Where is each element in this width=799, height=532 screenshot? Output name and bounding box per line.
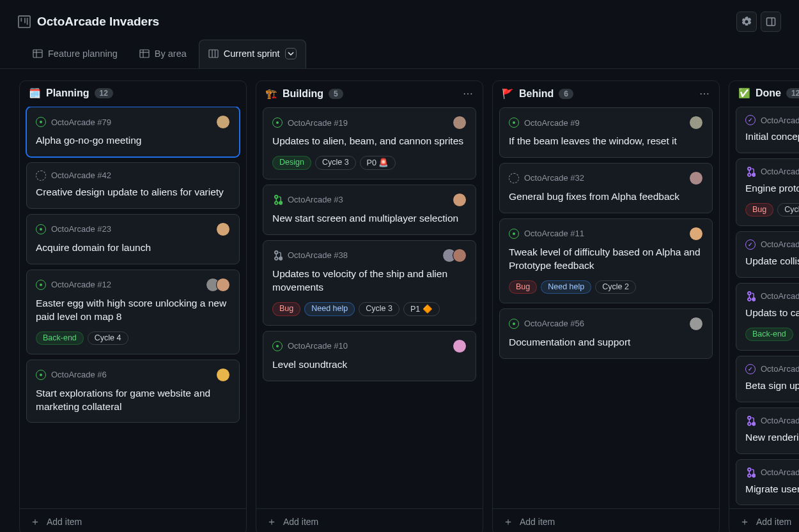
card-ref[interactable]: OctoArcade #56 (509, 319, 584, 329)
label-pill[interactable]: Bug (272, 302, 300, 316)
avatar[interactable] (689, 317, 703, 331)
label-pill[interactable]: Cycle 4 (88, 331, 128, 345)
card-ref[interactable]: OctoArcade (745, 416, 799, 426)
add-item-button[interactable]: ＋Add item (20, 508, 246, 532)
card-ref[interactable]: OctoArcade #6 (36, 370, 107, 380)
card-ref[interactable]: OctoArcade #79 (36, 117, 111, 127)
avatar[interactable] (689, 227, 703, 241)
card[interactable]: OctoArcade #11Tweak level of difficulty … (499, 218, 713, 303)
assignees (689, 171, 703, 185)
settings-button[interactable] (736, 11, 757, 32)
label-pill[interactable]: Need help (304, 302, 355, 316)
avatar[interactable] (689, 116, 703, 130)
card-ref[interactable]: OctoArcade (745, 115, 799, 125)
card-header: OctoArcade #42 (36, 171, 230, 181)
panel-button[interactable] (761, 11, 781, 32)
card[interactable]: OctoArcadeEngine prototBugCycle (736, 158, 799, 226)
card[interactable]: OctoArcadeMigrate users settings (736, 459, 799, 506)
pr-icon (745, 467, 756, 478)
chevron-down-icon (288, 50, 294, 57)
view-label: By area (155, 49, 187, 59)
card[interactable]: OctoArcade #32General bug fixes from Alp… (499, 163, 713, 213)
card-ref[interactable]: OctoArcade (745, 239, 799, 250)
card-ref[interactable]: OctoArcade (745, 467, 799, 478)
card[interactable]: OctoArcadeBeta sign up (736, 356, 799, 402)
card-ref[interactable]: OctoArcade #42 (36, 171, 111, 181)
card[interactable]: OctoArcade #79Alpha go-no-go meeting (26, 107, 240, 157)
view-dropdown[interactable] (285, 48, 297, 59)
assignees (442, 248, 467, 262)
label-pill[interactable]: P1 🔶 (403, 302, 440, 316)
card-title: Easter egg with high score unlocking a n… (36, 297, 230, 324)
card-ref[interactable]: OctoArcade #10 (272, 341, 348, 351)
card-ref[interactable]: OctoArcade (745, 364, 799, 374)
avatar[interactable] (216, 278, 230, 292)
card[interactable]: OctoArcade #19Updates to alien, beam, an… (263, 107, 476, 179)
label-pill[interactable]: Cycle 3 (359, 302, 400, 316)
board-column: 🚩Behind6⋯OctoArcade #9If the beam leaves… (492, 80, 720, 532)
label-pill[interactable]: Back-end (745, 328, 793, 341)
add-item-button[interactable]: ＋Add item (256, 508, 483, 532)
card-ref[interactable]: OctoArcade #38 (272, 250, 348, 261)
avatar[interactable] (216, 222, 230, 236)
label-pill[interactable]: Need help (541, 280, 591, 294)
label-pill[interactable]: Bug (509, 280, 537, 294)
plus-icon: ＋ (267, 517, 277, 527)
card[interactable]: OctoArcade #9If the beam leaves the wind… (499, 107, 713, 158)
card[interactable]: OctoArcade #42Creative design update to … (26, 162, 240, 209)
card-title: Engine protot (745, 182, 799, 195)
avatar[interactable] (453, 193, 467, 207)
card[interactable]: OctoArcade #56Documentation and support (499, 308, 713, 359)
card[interactable]: OctoArcade #3New start screen and multip… (263, 185, 476, 235)
card-ref[interactable]: OctoArcade #9 (509, 118, 580, 128)
assignees (453, 116, 467, 130)
label-pill[interactable]: Bug (745, 203, 773, 217)
card-ref[interactable]: OctoArcade #11 (509, 229, 584, 239)
assignees (689, 317, 703, 331)
view-tab[interactable]: By area (130, 40, 196, 68)
avatar[interactable] (453, 248, 467, 262)
add-item-button[interactable]: ＋Add item (493, 508, 719, 532)
label-pill[interactable]: Design (272, 156, 311, 170)
column-menu[interactable]: ⋯ (699, 87, 710, 100)
card[interactable]: OctoArcadeNew renderin (736, 407, 799, 454)
card-header: OctoArcade #19 (272, 116, 467, 130)
view-tab[interactable]: Feature planning (23, 40, 127, 68)
assignees (453, 339, 467, 353)
label-pill[interactable]: Cycle 3 (315, 156, 356, 170)
card-ref[interactable]: OctoArcade (745, 291, 799, 301)
card-ref[interactable]: OctoArcade #19 (272, 118, 348, 128)
avatar[interactable] (216, 115, 230, 129)
card-header: OctoArcade #3 (272, 193, 467, 207)
card[interactable]: OctoArcade #38Updates to velocity of the… (263, 240, 476, 326)
label-pill[interactable]: Cycle (777, 203, 799, 217)
label-pill[interactable]: Cycle 2 (595, 280, 636, 294)
column-menu[interactable]: ⋯ (463, 87, 474, 100)
avatar[interactable] (689, 171, 703, 185)
card[interactable]: OctoArcadeInitial concep (736, 107, 799, 153)
card-ref[interactable]: OctoArcade #23 (36, 224, 111, 234)
add-item-label: Add item (47, 517, 82, 527)
card-ref[interactable]: OctoArcade #3 (272, 195, 343, 205)
card-ref[interactable]: OctoArcade #12 (36, 280, 111, 290)
card[interactable]: OctoArcade #23Acquire domain for launch (26, 214, 240, 264)
label-pill[interactable]: Back-end (36, 331, 84, 345)
view-tab[interactable]: Current sprint (199, 40, 306, 68)
card-header: OctoArcade (745, 364, 799, 374)
card-ref[interactable]: OctoArcade #32 (509, 173, 584, 183)
avatar[interactable] (453, 116, 467, 130)
add-item-button[interactable]: ＋Add item (729, 508, 799, 532)
avatar[interactable] (453, 339, 467, 353)
card[interactable]: OctoArcade #10Level soundtrack (263, 331, 476, 381)
card-ref[interactable]: OctoArcade (745, 167, 799, 177)
card-header: OctoArcade #79 (36, 115, 230, 129)
add-item-label: Add item (283, 517, 318, 527)
card[interactable]: OctoArcadeUpdats to carBack-end (736, 283, 799, 351)
project-title[interactable]: OctoArcade Invaders (37, 15, 159, 29)
label-pill[interactable]: P0 🚨 (360, 156, 396, 170)
card[interactable]: OctoArcadeUpdate collisi (736, 231, 799, 278)
card[interactable]: OctoArcade #6Start explorations for game… (26, 360, 240, 423)
issue-done-icon (745, 364, 756, 374)
card[interactable]: OctoArcade #12Easter egg with high score… (26, 270, 240, 354)
avatar[interactable] (216, 368, 230, 382)
